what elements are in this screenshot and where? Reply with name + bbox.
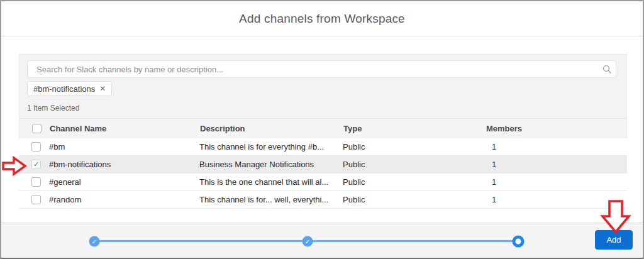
modal-title: Add channels from Workspace <box>239 12 405 26</box>
cell-type: Public <box>343 138 365 155</box>
cell-description: Business Manager Notifications <box>199 156 314 173</box>
column-header-members: Members <box>486 119 522 139</box>
cell-type: Public <box>343 191 365 208</box>
search-panel: #bm-notifications ✕ 1 Item Selected ✓ Ch… <box>19 54 627 138</box>
check-icon: ✓ <box>32 160 40 168</box>
selected-count: 1 Item Selected <box>27 104 79 113</box>
pill-remove-icon[interactable]: ✕ <box>99 84 106 93</box>
cell-channel-name: #bm <box>49 138 65 155</box>
cell-members: 1 <box>492 191 496 208</box>
cell-channel-name: #bm-notifications <box>49 156 111 173</box>
cell-channel-name: #random <box>49 191 81 208</box>
cell-description: This is the one channel that will al... <box>199 174 328 190</box>
row-checkbox[interactable]: ✓ <box>31 160 41 169</box>
column-header-description: Description <box>200 119 245 139</box>
cell-type: Public <box>343 174 365 190</box>
row-checkbox[interactable]: ✓ <box>31 177 41 187</box>
column-header-channel: Channel Name <box>50 119 106 139</box>
table-row[interactable]: ✓ #bm This channel is for everything #b.… <box>19 138 627 156</box>
channel-table: ✓ #bm This channel is for everything #b.… <box>19 138 627 209</box>
row-checkbox[interactable]: ✓ <box>31 195 41 204</box>
add-channels-modal: Add channels from Workspace #bm-notifica… <box>0 0 644 259</box>
check-icon: ✓ <box>305 238 310 245</box>
table-row[interactable]: ✓ #general This is the one channel that … <box>19 174 627 191</box>
row-checkbox[interactable]: ✓ <box>31 142 41 152</box>
select-all-checkbox[interactable]: ✓ <box>32 124 42 133</box>
search-icon <box>602 65 611 74</box>
column-header-type: Type <box>343 119 362 139</box>
search-input[interactable] <box>27 60 616 78</box>
selected-channel-pill[interactable]: #bm-notifications ✕ <box>27 81 112 96</box>
progress-step-2: ✓ <box>303 236 313 247</box>
add-button[interactable]: Add <box>595 230 633 250</box>
cell-type: Public <box>343 156 365 173</box>
table-header: ✓ Channel Name Description Type Members <box>19 118 626 138</box>
modal-footer: ✓ ✓ ✓ Add <box>1 223 643 258</box>
table-row[interactable]: ✓ #random This channel is for... well, e… <box>19 191 627 209</box>
modal-header: Add channels from Workspace <box>1 1 643 36</box>
check-icon: ✓ <box>92 238 97 245</box>
cell-members: 1 <box>492 138 496 155</box>
progress-step-1: ✓ <box>89 236 100 247</box>
pill-label: #bm-notifications <box>33 84 95 94</box>
progress-step-3: ✓ <box>513 236 525 248</box>
cell-members: 1 <box>492 156 496 173</box>
cell-description: This channel is for everything #b... <box>199 138 324 155</box>
cell-description: This channel is for... well, everythi... <box>199 191 328 208</box>
table-row[interactable]: ✓ #bm-notifications Business Manager Not… <box>19 156 627 174</box>
cell-channel-name: #general <box>49 174 81 190</box>
cell-members: 1 <box>492 174 496 190</box>
